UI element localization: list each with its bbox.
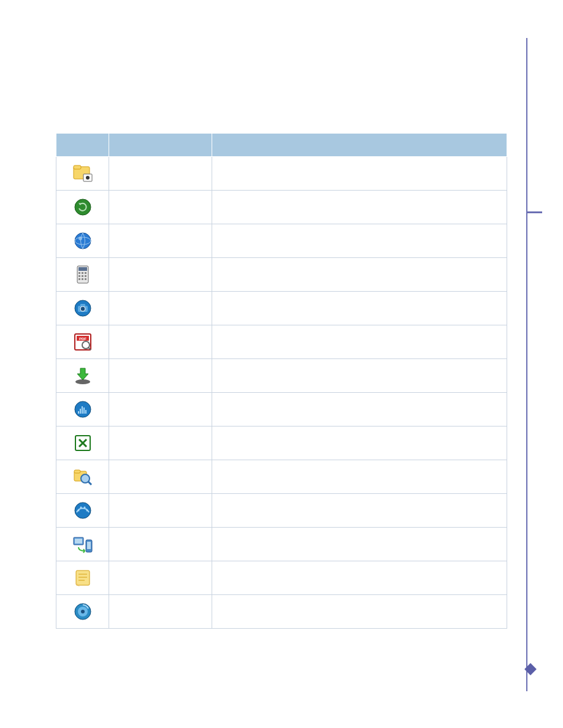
svg-point-21 <box>80 306 85 311</box>
cell-icon <box>56 258 109 292</box>
svg-rect-13 <box>79 275 80 277</box>
table-row <box>56 595 507 629</box>
svg-rect-30 <box>78 411 79 414</box>
cell-name <box>109 494 212 528</box>
cell-desc <box>212 191 507 224</box>
cell-icon <box>56 224 109 258</box>
svg-rect-37 <box>74 470 80 473</box>
svg-rect-33 <box>83 408 85 414</box>
svg-rect-46 <box>75 539 82 544</box>
cell-desc <box>212 393 507 427</box>
svg-point-5 <box>75 233 91 249</box>
cell-desc <box>212 460 507 494</box>
pdf-viewer-icon: PDF <box>74 333 92 351</box>
table-row <box>56 258 507 292</box>
cell-desc <box>212 359 507 393</box>
page-border-top <box>526 38 527 211</box>
cell-icon <box>56 359 109 393</box>
svg-line-39 <box>88 482 91 485</box>
cell-icon <box>56 595 109 629</box>
svg-point-3 <box>86 176 90 180</box>
table-row <box>56 292 507 325</box>
table-row <box>56 427 507 460</box>
page-border-bottom <box>526 213 527 691</box>
cell-icon: PDF <box>56 325 109 359</box>
cell-icon <box>56 393 109 427</box>
excel-icon <box>74 434 91 452</box>
globe-blue-icon <box>74 232 92 250</box>
cell-desc <box>212 427 507 460</box>
svg-point-41 <box>77 510 79 512</box>
svg-rect-34 <box>85 410 86 414</box>
cell-name <box>109 528 212 561</box>
svg-rect-17 <box>82 278 83 280</box>
svg-rect-12 <box>85 272 86 274</box>
header-icon <box>56 134 109 157</box>
svg-rect-31 <box>80 409 81 414</box>
cell-name <box>109 427 212 460</box>
table-row <box>56 561 507 595</box>
svg-rect-1 <box>74 165 81 169</box>
svg-point-55 <box>81 610 85 613</box>
notes-icon <box>75 569 91 586</box>
camera-blue-icon <box>74 299 92 317</box>
cell-desc <box>212 595 507 629</box>
cell-desc <box>212 325 507 359</box>
dial-blue-icon <box>74 501 92 520</box>
cell-name <box>109 325 212 359</box>
cell-icon <box>56 157 109 191</box>
svg-rect-22 <box>80 304 85 306</box>
table-row <box>56 393 507 427</box>
svg-point-42 <box>80 507 82 509</box>
table-row <box>56 191 507 224</box>
cell-icon <box>56 191 109 224</box>
table-header-row <box>56 134 507 157</box>
cell-name <box>109 157 212 191</box>
svg-rect-48 <box>87 542 91 549</box>
cell-desc <box>212 528 507 561</box>
cell-name <box>109 561 212 595</box>
folder-search-icon <box>73 468 93 486</box>
svg-rect-9 <box>79 267 87 271</box>
cell-desc <box>212 258 507 292</box>
cell-name <box>109 393 212 427</box>
table-row <box>56 224 507 258</box>
svg-rect-49 <box>76 571 90 585</box>
svg-point-43 <box>83 507 85 509</box>
cell-name <box>109 224 212 258</box>
table-row: PDF <box>56 325 507 359</box>
page-border-stub <box>526 211 542 213</box>
svg-point-4 <box>75 199 91 215</box>
download-green-icon <box>74 366 92 385</box>
table-row <box>56 157 507 191</box>
cell-name <box>109 595 212 629</box>
header-desc <box>212 134 507 157</box>
table-row <box>56 528 507 561</box>
cell-icon <box>56 292 109 325</box>
svg-rect-32 <box>82 406 83 414</box>
sync-devices-icon <box>72 535 93 553</box>
table-row <box>56 494 507 528</box>
svg-rect-18 <box>85 278 86 280</box>
cell-icon <box>56 427 109 460</box>
svg-point-44 <box>86 510 88 512</box>
cell-icon <box>56 494 109 528</box>
header-name <box>109 134 212 157</box>
cell-desc <box>212 494 507 528</box>
cell-name <box>109 460 212 494</box>
svg-rect-11 <box>82 272 83 274</box>
cell-name <box>109 258 212 292</box>
cell-icon <box>56 561 109 595</box>
disc-blue-icon <box>74 602 92 621</box>
sound-blue-icon <box>74 400 92 419</box>
programs-table: PDF <box>55 132 508 629</box>
cell-name <box>109 292 212 325</box>
svg-rect-10 <box>79 272 80 274</box>
cell-desc <box>212 561 507 595</box>
cell-name <box>109 359 212 393</box>
cell-icon <box>56 460 109 494</box>
table-row <box>56 460 507 494</box>
folder-camera-icon <box>72 164 93 183</box>
cell-icon <box>56 528 109 561</box>
svg-point-7 <box>79 237 82 240</box>
